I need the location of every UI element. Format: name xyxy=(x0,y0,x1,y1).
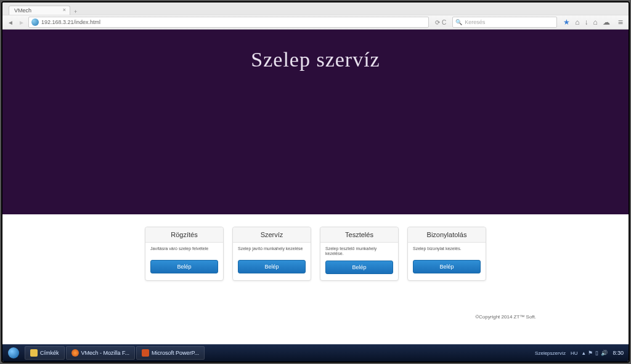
start-button[interactable] xyxy=(2,344,25,362)
pocket-icon[interactable]: ⌂ xyxy=(575,18,579,26)
menu-button[interactable]: ≡ xyxy=(616,17,625,27)
system-tray: Szelepszervíz HU ▴ ⚑ ▯ 🔊 8:30 xyxy=(530,350,629,356)
chat-icon[interactable]: ☁ xyxy=(603,18,610,26)
card-desc: Szelep tesztelő munkahely kezelése. xyxy=(325,246,393,257)
enter-button[interactable]: Belép xyxy=(325,261,393,274)
page-content: Szelep szervíz Rögzítés Javításra váró s… xyxy=(2,30,629,344)
search-icon: 🔍 xyxy=(455,19,462,25)
enter-button[interactable]: Belép xyxy=(413,260,481,273)
card-bizonylatolas: Bizonylatolás Szelep bizonylat kezelés. … xyxy=(407,227,486,281)
windows-logo-icon xyxy=(8,347,19,358)
enter-button[interactable]: Belép xyxy=(238,260,306,273)
search-placeholder: Keresés xyxy=(465,19,554,25)
taskbar-item[interactable]: Címkék xyxy=(25,346,65,360)
card-title: Szervíz xyxy=(233,227,311,243)
taskbar-item[interactable]: Microsoft PowerP... xyxy=(136,346,205,360)
page-title: Szelep szervíz xyxy=(251,48,380,214)
powerpoint-icon xyxy=(142,349,149,357)
card-desc: Szelep bizonylat kezelés. xyxy=(413,246,481,256)
card-title: Bizonylatolás xyxy=(408,227,486,243)
language-indicator[interactable]: HU xyxy=(571,350,578,356)
bookmark-star-icon[interactable]: ★ xyxy=(563,18,570,26)
folder-icon xyxy=(30,349,38,357)
browser-toolbar: ◄ ► 192.168.3.21/index.html ⟳ C 🔍 Keresé… xyxy=(2,15,629,30)
volume-icon[interactable]: 🔊 xyxy=(601,350,608,356)
url-text: 192.168.3.21/index.html xyxy=(41,19,100,25)
toolbar-icons: ★ ⌂ ↓ ⌂ ☁ xyxy=(560,18,614,26)
card-rogzites: Rögzítés Javításra váró szelep felvétele… xyxy=(145,227,224,281)
taskbar-item-label: Címkék xyxy=(40,350,59,356)
card-teszteles: Tesztelés Szelep tesztelő munkahely keze… xyxy=(320,227,399,281)
flag-icon[interactable]: ⚑ xyxy=(588,350,593,356)
card-desc: Szelep javító munkahely kezelése xyxy=(238,246,306,256)
search-bar[interactable]: 🔍 Keresés xyxy=(452,17,557,28)
copyright-text: ©Copyright 2014 ZT™ Soft. xyxy=(475,314,536,320)
taskbar-item[interactable]: VMech - Mozilla F... xyxy=(66,346,136,360)
card-szerviz: Szervíz Szelep javító munkahely kezelése… xyxy=(232,227,311,281)
home-icon[interactable]: ⌂ xyxy=(593,18,598,26)
network-icon[interactable]: ▯ xyxy=(595,350,598,356)
enter-button[interactable]: Belép xyxy=(150,260,218,273)
taskbar-item-label: VMech - Mozilla F... xyxy=(81,350,130,356)
new-tab-button[interactable]: + xyxy=(70,9,81,15)
card-row: Rögzítés Javításra váró szelep felvétele… xyxy=(2,227,629,281)
close-icon[interactable]: × xyxy=(63,7,66,13)
back-button[interactable]: ◄ xyxy=(6,19,15,26)
clock[interactable]: 8:30 xyxy=(613,350,624,356)
tray-app-label[interactable]: Szelepszervíz xyxy=(535,350,566,356)
card-desc: Javításra váró szelep felvétele xyxy=(150,246,218,256)
reload-button[interactable]: ⟳ C xyxy=(435,19,446,26)
globe-icon xyxy=(31,18,39,26)
windows-taskbar: Címkék VMech - Mozilla F... Microsoft Po… xyxy=(2,344,629,362)
browser-tabstrip: VMech × + xyxy=(2,2,629,15)
browser-tab[interactable]: VMech × xyxy=(9,6,70,15)
url-bar[interactable]: 192.168.3.21/index.html xyxy=(28,17,429,28)
taskbar-item-label: Microsoft PowerP... xyxy=(152,350,199,356)
card-title: Tesztelés xyxy=(320,227,398,243)
firefox-icon xyxy=(71,349,79,357)
forward-button[interactable]: ► xyxy=(17,19,26,26)
tab-title: VMech xyxy=(14,7,31,14)
chevron-up-icon[interactable]: ▴ xyxy=(582,350,585,356)
card-title: Rögzítés xyxy=(145,227,223,243)
download-icon[interactable]: ↓ xyxy=(585,18,588,26)
hero-banner: Szelep szervíz xyxy=(2,30,629,214)
